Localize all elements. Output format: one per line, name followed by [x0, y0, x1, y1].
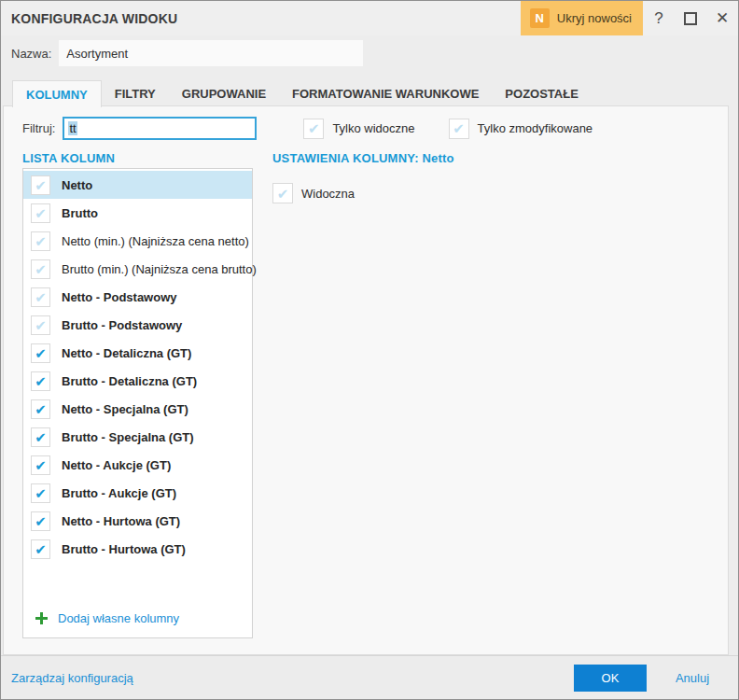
only-modified-checkbox[interactable]: Tylko zmodyfikowane: [449, 119, 593, 139]
column-label: Netto - Detaliczna (GT): [62, 346, 191, 360]
column-label: Brutto - Specjalna (GT): [62, 430, 194, 444]
checkbox-icon[interactable]: [31, 483, 50, 503]
checkbox-icon[interactable]: [31, 455, 50, 475]
column-list-item[interactable]: Netto - Podstawowy: [23, 283, 252, 311]
column-label: Netto (min.) (Najniższa cena netto): [62, 234, 249, 248]
name-input[interactable]: [59, 40, 363, 66]
help-button[interactable]: ?: [643, 1, 675, 35]
maximize-button[interactable]: [675, 1, 706, 35]
tab-4[interactable]: POZOSTAŁE: [492, 80, 591, 106]
checkbox-icon: [303, 119, 324, 139]
tab-2[interactable]: GRUPOWANIE: [169, 80, 279, 106]
column-list-item[interactable]: Brutto: [23, 199, 252, 227]
view-configuration-dialog: KONFIGURACJA WIDOKU N Ukryj nowości ? ✕ …: [0, 0, 739, 700]
checkbox-icon[interactable]: [31, 203, 50, 223]
column-list-item[interactable]: Netto: [23, 171, 252, 199]
column-label: Netto - Specjalna (GT): [62, 402, 188, 416]
add-custom-columns-label: Dodaj własne kolumny: [58, 611, 179, 625]
columns-tab-panel: Filtruj: tt Tylko widoczne Tylko zmodyfi…: [3, 105, 729, 655]
checkbox-icon[interactable]: [31, 231, 50, 251]
column-label: Brutto - Detaliczna (GT): [62, 374, 197, 388]
checkbox-icon[interactable]: [31, 539, 50, 559]
column-list-item[interactable]: Netto - Specjalna (GT): [23, 395, 252, 423]
title-bar: KONFIGURACJA WIDOKU N Ukryj nowości ? ✕: [1, 1, 738, 35]
manage-configuration-link[interactable]: Zarządzaj konfiguracją: [1, 671, 133, 685]
column-settings-heading: USTAWIENIA KOLUMNY: Netto: [272, 151, 454, 165]
column-list-item[interactable]: Netto - Aukcje (GT): [23, 451, 252, 479]
plus-icon: [35, 612, 48, 624]
checkbox-icon: [272, 183, 293, 203]
close-button[interactable]: ✕: [706, 1, 738, 35]
checkbox-icon[interactable]: [31, 399, 50, 419]
maximize-icon: [684, 12, 697, 25]
checkbox-icon: [449, 119, 469, 139]
column-label: Brutto (min.) (Najniższa cena brutto): [62, 262, 257, 276]
checkbox-icon[interactable]: [31, 287, 50, 307]
only-visible-label: Tylko widoczne: [332, 121, 414, 135]
filter-label: Filtruj:: [22, 121, 55, 135]
column-label: Netto - Hurtowa (GT): [62, 514, 180, 528]
column-list-item[interactable]: Brutto (min.) (Najniższa cena brutto): [23, 255, 252, 283]
column-label: Brutto - Hurtowa (GT): [62, 542, 186, 556]
filter-input[interactable]: tt: [63, 117, 257, 140]
tab-0[interactable]: KOLUMNY: [12, 80, 102, 107]
column-list-item[interactable]: Netto - Detaliczna (GT): [23, 339, 252, 367]
footer-bar: Zarządzaj konfiguracją OK Anuluj: [1, 655, 738, 699]
column-label: Brutto: [62, 206, 98, 220]
column-label: Netto - Aukcje (GT): [62, 458, 171, 472]
column-list: Netto Brutto Netto (min.) (Najniższa cen…: [22, 168, 253, 638]
name-row: Nazwa:: [1, 35, 738, 71]
column-label: Netto: [62, 178, 92, 192]
column-label: Brutto - Podstawowy: [62, 318, 182, 332]
only-modified-label: Tylko zmodyfikowane: [478, 121, 593, 135]
column-list-item[interactable]: Brutto - Detaliczna (GT): [23, 367, 252, 395]
title-bar-controls: N Ukryj nowości ? ✕: [521, 1, 738, 35]
cancel-button[interactable]: Anuluj: [647, 671, 738, 685]
tab-bar: KOLUMNYFILTRYGRUPOWANIEFORMATOWANIE WARU…: [12, 80, 592, 106]
name-label: Nazwa:: [1, 47, 51, 61]
add-custom-columns-link[interactable]: Dodaj własne kolumny: [23, 598, 252, 637]
only-visible-checkbox[interactable]: Tylko widoczne: [303, 119, 414, 139]
column-list-item[interactable]: Brutto - Specjalna (GT): [23, 423, 252, 451]
news-icon: N: [530, 8, 550, 28]
visible-label: Widoczna: [301, 187, 355, 201]
column-list-item[interactable]: Brutto - Hurtowa (GT): [23, 535, 252, 563]
checkbox-icon[interactable]: [31, 175, 50, 195]
column-list-item[interactable]: Netto (min.) (Najniższa cena netto): [23, 227, 252, 255]
column-list-item[interactable]: Brutto - Podstawowy: [23, 311, 252, 339]
checkbox-icon[interactable]: [31, 511, 50, 531]
checkbox-icon[interactable]: [31, 343, 50, 363]
tab-1[interactable]: FILTRY: [102, 80, 169, 106]
checkbox-icon[interactable]: [31, 315, 50, 335]
hide-news-button[interactable]: N Ukryj nowości: [521, 1, 643, 35]
filter-row: Filtruj: tt Tylko widoczne Tylko zmodyfi…: [22, 117, 593, 140]
checkbox-icon[interactable]: [31, 259, 50, 279]
column-list-heading: LISTA KOLUMN: [22, 151, 115, 165]
column-list-item[interactable]: Netto - Hurtowa (GT): [23, 507, 252, 535]
checkbox-icon[interactable]: [31, 427, 50, 447]
visible-checkbox[interactable]: Widoczna: [272, 183, 355, 203]
checkbox-icon[interactable]: [31, 371, 50, 391]
hide-news-label: Ukryj nowości: [557, 11, 632, 25]
ok-button[interactable]: OK: [574, 665, 647, 692]
column-label: Netto - Podstawowy: [62, 290, 177, 304]
column-label: Brutto - Aukcje (GT): [62, 486, 176, 500]
dialog-title: KONFIGURACJA WIDOKU: [1, 11, 177, 26]
filter-value: tt: [68, 121, 77, 135]
tab-3[interactable]: FORMATOWANIE WARUNKOWE: [279, 80, 492, 106]
column-list-item[interactable]: Brutto - Aukcje (GT): [23, 479, 252, 507]
